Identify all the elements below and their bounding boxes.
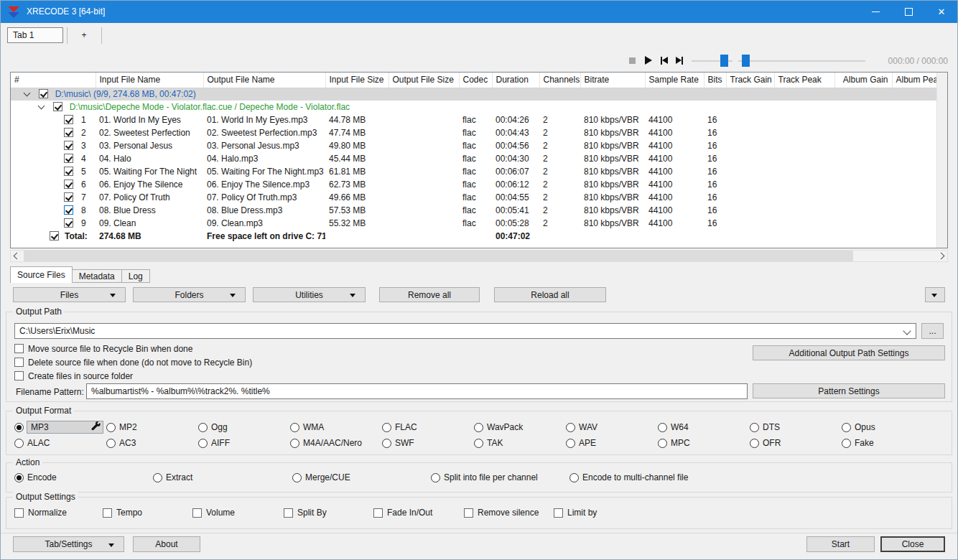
total-checkbox[interactable]	[50, 231, 59, 241]
column-header-input-file-size[interactable]: Input File Size	[325, 73, 389, 88]
column-header-duration[interactable]: Duration	[492, 73, 539, 88]
start-button[interactable]: Start	[806, 536, 875, 552]
about-button[interactable]: About	[133, 536, 200, 552]
scrollbar-thumb[interactable]	[24, 251, 853, 261]
radio-wav[interactable]: WAV	[566, 421, 658, 434]
table-row[interactable]: 909. Clean09. Clean.mp355.32 MBflac00:05…	[11, 217, 937, 230]
utilities-button[interactable]: Utilities	[253, 287, 366, 302]
radio-aiff[interactable]: AIFF	[198, 438, 290, 448]
radio-fake[interactable]: Fake	[842, 438, 934, 448]
checkbox-create-files-in-source-folder[interactable]: Create files in source folder	[14, 369, 252, 383]
column-header-num[interactable]: #	[11, 73, 96, 88]
row-checkbox[interactable]	[64, 154, 73, 163]
radio-mp2[interactable]: MP2	[106, 421, 198, 434]
row-checkbox[interactable]	[64, 218, 73, 228]
row-checkbox[interactable]	[64, 205, 73, 215]
checkbox-remove-silence[interactable]: Remove silence	[464, 508, 554, 518]
radio-merge-cue[interactable]: Merge/CUE	[292, 472, 431, 482]
checkbox-fade-in-out[interactable]: Fade In/Out	[373, 508, 464, 518]
radio-ofr[interactable]: OFR	[750, 438, 842, 448]
tab-log[interactable]: Log	[121, 269, 150, 283]
radio-opus[interactable]: Opus	[842, 421, 934, 434]
tab-settings-button[interactable]: Tab/Settings	[13, 536, 124, 552]
checkbox-tempo[interactable]: Tempo	[103, 508, 192, 518]
table-row[interactable]: 202. Sweetest Perfection02. Sweetest Per…	[11, 126, 937, 139]
vertical-scrollbar[interactable]	[936, 73, 947, 248]
volume-slider[interactable]	[692, 55, 733, 67]
horizontal-scrollbar[interactable]	[10, 250, 948, 262]
radio-ape[interactable]: APE	[566, 438, 658, 448]
table-row[interactable]: 505. Waiting For The Night05. Waiting Fo…	[11, 165, 937, 178]
radio-dts[interactable]: DTS	[750, 421, 842, 434]
table-row[interactable]: 707. Policy Of Truth07. Policy Of Truth.…	[11, 191, 937, 204]
row-checkbox[interactable]	[64, 115, 73, 124]
table-row[interactable]: 404. Halo04. Halo.mp345.44 MBflac00:04:3…	[11, 152, 937, 165]
group-checkbox[interactable]	[53, 102, 62, 111]
tab-1[interactable]: Tab 1	[7, 27, 63, 43]
previous-track-button[interactable]	[659, 55, 670, 66]
column-header-album-gain[interactable]: Album Gain	[834, 73, 892, 88]
checkbox-volume[interactable]: Volume	[192, 508, 284, 518]
column-header-bitrate[interactable]: Bitrate	[580, 73, 645, 88]
table-row[interactable]: 606. Enjoy The Silence06. Enjoy The Sile…	[11, 178, 937, 191]
collapse-chevron-icon[interactable]	[24, 90, 31, 97]
remove-all-button[interactable]: Remove all	[379, 287, 480, 302]
table-row[interactable]: 101. World In My Eyes01. World In My Eye…	[11, 113, 937, 126]
close-window-button[interactable]: ✕	[925, 0, 958, 23]
close-button[interactable]: Close	[880, 536, 945, 552]
column-header-track-peak[interactable]: Track Peak	[774, 73, 834, 88]
tab-source-files[interactable]: Source Files	[10, 266, 73, 283]
column-header-bits[interactable]: Bits	[704, 73, 726, 88]
checkbox-move-source-file-to-recycle-bin-when-done[interactable]: Move source file to Recycle Bin when don…	[14, 342, 252, 355]
radio-mpc[interactable]: MPC	[658, 438, 750, 448]
column-header-album-peak[interactable]: Album Peak	[892, 73, 937, 88]
minimize-button[interactable]	[859, 0, 892, 23]
radio-flac[interactable]: FLAC	[382, 421, 474, 434]
add-tab-button[interactable]: +	[68, 27, 101, 43]
table-row[interactable]: 808. Blue Dress08. Blue Dress.mp357.53 M…	[11, 204, 937, 217]
checkbox-normalize[interactable]: Normalize	[14, 508, 103, 518]
radio-encode-to-multi-channel-file[interactable]: Encode to multi-channel file	[569, 472, 742, 482]
radio-w64[interactable]: W64	[658, 421, 750, 434]
additional-output-path-settings-button[interactable]: Additional Output Path Settings	[753, 345, 945, 360]
group-checkbox[interactable]	[39, 89, 48, 98]
radio-wma[interactable]: WMA	[290, 421, 382, 434]
collapse-chevron-icon[interactable]	[38, 103, 45, 110]
folders-button[interactable]: Folders	[133, 287, 246, 302]
files-button[interactable]: Files	[13, 287, 126, 302]
group-row-folder[interactable]: D:\music\ (9/9, 274.68 MB, 00:47:02)	[11, 88, 937, 101]
column-header-sample-rate[interactable]: Sample Rate	[645, 73, 704, 88]
checkbox-delete-source-file-when-done-do-not-move-to-recycle-bin[interactable]: Delete source file when done (do not mov…	[14, 355, 252, 369]
more-options-button[interactable]	[925, 287, 945, 302]
pattern-settings-button[interactable]: Pattern Settings	[753, 383, 945, 398]
tab-metadata[interactable]: Metadata	[72, 269, 122, 283]
maximize-button[interactable]	[892, 0, 925, 23]
scroll-left-button[interactable]	[11, 251, 23, 261]
scroll-right-button[interactable]	[935, 251, 947, 261]
row-checkbox[interactable]	[64, 128, 73, 137]
row-checkbox[interactable]	[64, 179, 73, 189]
radio-alac[interactable]: ALAC	[14, 438, 106, 448]
stop-button[interactable]	[626, 55, 638, 66]
output-path-combobox[interactable]: C:\Users\Erix\Music	[14, 323, 916, 339]
radio-m4a-aac-nero[interactable]: M4A/AAC/Nero	[290, 438, 382, 448]
table-row[interactable]: 303. Personal Jesus03. Personal Jesus.mp…	[11, 139, 937, 152]
seek-slider[interactable]	[738, 55, 865, 67]
radio-ac3[interactable]: AC3	[106, 438, 198, 448]
reload-all-button[interactable]: Reload all	[494, 287, 606, 302]
radio-extract[interactable]: Extract	[153, 472, 292, 482]
row-checkbox[interactable]	[64, 167, 73, 176]
column-header-track-gain[interactable]: Track Gain	[726, 73, 774, 88]
column-header-channels[interactable]: Channels	[539, 73, 580, 88]
row-checkbox[interactable]	[64, 141, 73, 150]
column-header-codec[interactable]: Codec	[459, 73, 492, 88]
column-header-output-file-name[interactable]: Output File Name	[203, 73, 325, 88]
checkbox-limit-by[interactable]: Limit by	[554, 508, 640, 518]
next-track-button[interactable]	[674, 55, 685, 66]
radio-wavpack[interactable]: WavPack	[474, 421, 566, 434]
radio-split-into-file-per-channel[interactable]: Split into file per channel	[431, 472, 569, 482]
column-header-output-file-size[interactable]: Output File Size	[389, 73, 459, 88]
radio-tak[interactable]: TAK	[474, 438, 566, 448]
radio-encode[interactable]: Encode	[14, 472, 153, 482]
column-header-input-file-name[interactable]: Input File Name	[96, 73, 203, 88]
